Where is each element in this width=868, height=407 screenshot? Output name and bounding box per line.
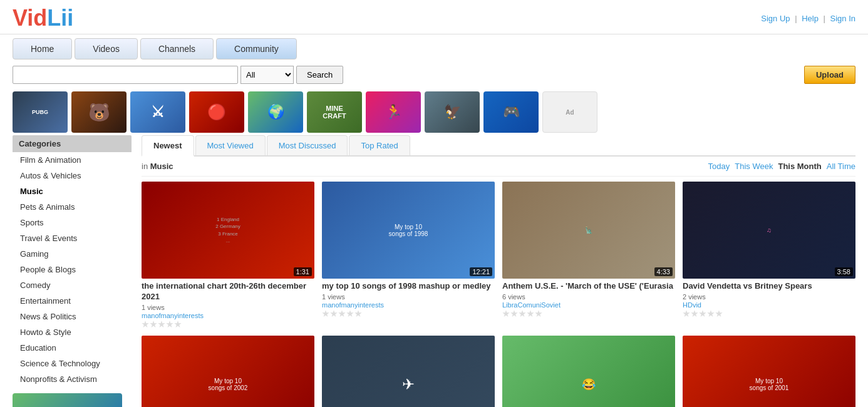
video-thumb-2: My top 10songs of 1998 12:21: [322, 182, 495, 279]
video-views-3: 6 views: [502, 293, 675, 301]
banner-thumb-pubg[interactable]: PUBG: [13, 91, 68, 133]
sidebar-title: Categories: [13, 135, 132, 152]
banner-thumb-subway[interactable]: 🏃: [366, 91, 421, 133]
banner-thumb-fortnite[interactable]: 🎮: [483, 91, 539, 133]
nav-community[interactable]: Community: [216, 38, 297, 59]
video-card-3[interactable]: 🗽 4:33 Anthem U.S.E. - 'March of the USE…: [502, 182, 675, 328]
sidebar-item-sports[interactable]: Sports: [13, 215, 132, 230]
sidebar-item-autos[interactable]: Autos & Vehicles: [13, 168, 132, 183]
banner-thumb-among[interactable]: 🔴: [189, 91, 244, 133]
filter-bar: in Music Today This Week This Month All …: [142, 157, 855, 177]
sidebar-ad[interactable]: 🌍: [13, 393, 122, 407]
tab-top-rated[interactable]: Top Rated: [349, 135, 410, 155]
sidebar-item-travel[interactable]: Travel & Events: [13, 230, 132, 246]
video-views-1: 1 views: [142, 304, 314, 311]
sidebar-item-gaming[interactable]: Gaming: [13, 246, 132, 262]
video-user-1[interactable]: manofmanyinterests: [142, 312, 314, 319]
banner-thumb-minecraft[interactable]: MINECRAFT: [307, 91, 362, 133]
nav: Home Videos Channels Community: [0, 34, 868, 63]
video-card-7[interactable]: 😂 1:21 epic prank 6 views IyaMeido: [502, 336, 675, 407]
search-input[interactable]: [13, 66, 238, 84]
sidebar-item-education[interactable]: Education: [13, 340, 132, 356]
filter-month[interactable]: This Month: [778, 162, 821, 171]
tab-most-viewed[interactable]: Most Viewed: [195, 135, 266, 155]
video-card-6[interactable]: ✈ 3:50 refugee ... tom petty 2 views jay…: [322, 336, 495, 407]
video-card-5[interactable]: My top 10songs of 2002 12:19 My top 10 s…: [142, 336, 314, 407]
video-thumb-1: 1 England 2 Germany 3 France ... 1:31: [142, 182, 314, 279]
banner-thumb-fnaf[interactable]: 🐻: [71, 91, 127, 133]
banner-thumb-game8[interactable]: 🦅: [425, 91, 480, 133]
header: VidLii Sign Up | Help | Sign In: [0, 0, 868, 34]
sidebar-item-pets[interactable]: Pets & Animals: [13, 199, 132, 215]
filter-time: Today This Week This Month All Time: [708, 162, 855, 171]
tab-newest[interactable]: Newest: [142, 135, 194, 157]
search-button[interactable]: Search: [296, 66, 343, 84]
video-user-2[interactable]: manofmanyinterests: [322, 301, 495, 309]
sidebar-item-entertainment[interactable]: Entertainment: [13, 293, 132, 309]
sidebar-item-people[interactable]: People & Blogs: [13, 262, 132, 277]
video-duration-4: 3:58: [835, 267, 853, 276]
signup-link[interactable]: Sign Up: [761, 14, 790, 23]
sidebar-item-howto[interactable]: Howto & Style: [13, 324, 132, 340]
video-duration-3: 4:33: [654, 267, 673, 276]
video-stars-1: [142, 321, 314, 328]
video-views-2: 1 views: [322, 293, 495, 301]
filter-alltime[interactable]: All Time: [827, 162, 855, 171]
banner-thumb-game3[interactable]: ⚔: [130, 91, 185, 133]
sidebar-item-film[interactable]: Film & Animation: [13, 152, 132, 168]
video-thumb-5: My top 10songs of 2002 12:19: [142, 336, 314, 407]
video-views-4: 2 views: [683, 293, 855, 301]
video-thumb-3: 🗽 4:33: [502, 182, 675, 279]
upload-button[interactable]: Upload: [804, 66, 855, 84]
banner-thumb-toca[interactable]: 🌍: [248, 91, 303, 133]
video-title-4: David Vendetta vs Britney Spears: [683, 281, 855, 292]
video-duration-2: 12:21: [470, 267, 492, 276]
video-grid-row1: 1 England 2 Germany 3 France ... 1:31 th…: [142, 182, 855, 328]
content: Newest Most Viewed Most Discussed Top Ra…: [132, 135, 855, 407]
sidebar: Categories Film & Animation Autos & Vehi…: [13, 135, 132, 407]
sidebar-item-science[interactable]: Science & Technology: [13, 356, 132, 371]
sidebar-item-comedy[interactable]: Comedy: [13, 277, 132, 293]
video-card-8[interactable]: My top 10songs of 2001 10:24 My top 10 s…: [683, 336, 855, 407]
banner-strip: PUBG 🐻 ⚔ 🔴 🌍 MINECRAFT 🏃 🦅 🎮 Ad: [0, 89, 868, 135]
sidebar-item-music[interactable]: Music: [13, 183, 132, 199]
logo: VidLii: [13, 5, 73, 31]
filter-label: in Music: [142, 162, 173, 171]
nav-videos[interactable]: Videos: [75, 38, 138, 59]
video-card-2[interactable]: My top 10songs of 1998 12:21 my top 10 s…: [322, 182, 495, 328]
signin-link[interactable]: Sign In: [830, 14, 855, 23]
header-links: Sign Up | Help | Sign In: [761, 14, 855, 23]
video-title-2: my top 10 songs of 1998 mashup or medley: [322, 281, 495, 292]
video-card-1[interactable]: 1 England 2 Germany 3 France ... 1:31 th…: [142, 182, 314, 328]
logo-lii: Lii: [47, 5, 73, 31]
search-category-select[interactable]: All Videos Channels Users: [240, 66, 294, 84]
video-stars-3: [502, 310, 675, 317]
video-title-3: Anthem U.S.E. - 'March of the USE' ('Eur…: [502, 281, 675, 292]
sidebar-item-nonprofits[interactable]: Nonprofits & Activism: [13, 371, 132, 387]
nav-channels[interactable]: Channels: [140, 38, 214, 59]
tabs: Newest Most Viewed Most Discussed Top Ra…: [142, 135, 855, 157]
video-title-1: the international chart 20th-26th decemb…: [142, 281, 314, 302]
video-thumb-6: ✈ 3:50: [322, 336, 495, 407]
banner-thumb-ad[interactable]: Ad: [542, 91, 597, 133]
video-duration-1: 1:31: [294, 267, 312, 276]
main: Categories Film & Animation Autos & Vehi…: [0, 135, 868, 407]
video-thumb-8: My top 10songs of 2001 10:24: [683, 336, 855, 407]
nav-home[interactable]: Home: [13, 38, 72, 59]
video-thumb-4: ♫ 3:58: [683, 182, 855, 279]
video-card-4[interactable]: ♫ 3:58 David Vendetta vs Britney Spears …: [683, 182, 855, 328]
video-stars-2: [322, 310, 495, 317]
filter-today[interactable]: Today: [708, 162, 730, 171]
video-grid-row2: My top 10songs of 2002 12:19 My top 10 s…: [142, 336, 855, 407]
video-thumb-7: 😂 1:21: [502, 336, 675, 407]
help-link[interactable]: Help: [802, 14, 819, 23]
video-stars-4: [683, 310, 855, 317]
filter-week[interactable]: This Week: [735, 162, 773, 171]
sidebar-item-news[interactable]: News & Politics: [13, 309, 132, 324]
logo-vid: Vid: [13, 5, 47, 31]
video-user-3[interactable]: LibraComuniSoviet: [502, 301, 675, 309]
search-bar: All Videos Channels Users Search Upload: [0, 63, 868, 89]
tab-most-discussed[interactable]: Most Discussed: [267, 135, 348, 155]
video-user-4[interactable]: HDvid: [683, 301, 855, 309]
